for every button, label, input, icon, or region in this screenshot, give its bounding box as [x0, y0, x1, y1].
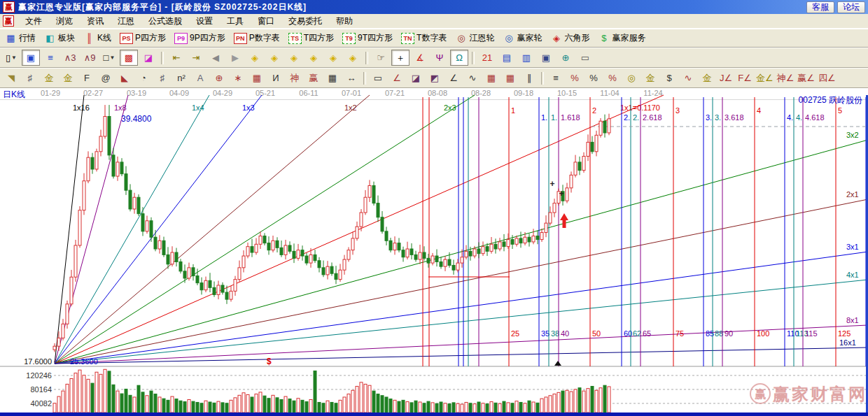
candlestick[interactable]	[385, 231, 388, 241]
candlestick[interactable]	[536, 236, 539, 240]
candlestick[interactable]	[78, 210, 81, 245]
menu-item-help[interactable]: 帮助	[329, 14, 360, 29]
gold-lines-icon[interactable]: 金	[641, 70, 659, 86]
candlestick[interactable]	[356, 227, 358, 238]
expand-h-diamond-icon[interactable]: ◈	[285, 50, 303, 66]
last-bar-icon[interactable]: ⇥	[187, 50, 205, 66]
notebook-icon[interactable]: ▥	[517, 50, 536, 66]
candlestick[interactable]	[490, 244, 493, 251]
candlestick[interactable]	[267, 243, 270, 250]
candlestick[interactable]	[104, 117, 106, 137]
wave-3-icon[interactable]: ∧3	[61, 50, 79, 66]
volume-profile-icon[interactable]: ◪	[139, 50, 158, 66]
candlestick[interactable]	[372, 185, 375, 203]
shen-angle-icon[interactable]: 神∠	[776, 70, 796, 86]
candlestick[interactable]	[368, 185, 371, 197]
candlestick[interactable]	[171, 252, 174, 264]
candlestick[interactable]	[444, 259, 447, 266]
candlestick[interactable]	[335, 273, 337, 279]
candlestick[interactable]	[276, 241, 279, 248]
toolbar-button-quotes[interactable]: ▦行情	[2, 31, 38, 45]
gold-circle-icon[interactable]: ◎	[622, 70, 640, 86]
candlestick[interactable]	[53, 346, 56, 350]
fib-lines-icon[interactable]: F	[78, 70, 96, 86]
candlestick[interactable]	[461, 257, 463, 263]
candlestick[interactable]	[314, 254, 316, 260]
candlestick[interactable]	[179, 261, 182, 271]
width-measure-icon[interactable]: ↔	[342, 70, 360, 86]
toolbar-button-9p-square[interactable]: P99P四方形	[172, 31, 228, 45]
candlestick[interactable]	[591, 142, 594, 151]
shen-tool-icon[interactable]: 神	[286, 70, 304, 86]
menu-item-browse[interactable]: 浏览	[49, 14, 80, 29]
candlestick[interactable]	[587, 142, 589, 156]
candlestick[interactable]	[402, 250, 405, 257]
gann-grid-1-icon[interactable]: ▦	[482, 70, 500, 86]
cycle-tool-icon[interactable]: Ω	[450, 50, 468, 66]
fit-all-diamond-icon[interactable]: ◈	[324, 50, 342, 66]
toolbar-button-9t-square[interactable]: T99T四方形	[340, 31, 396, 45]
candlestick[interactable]	[95, 152, 98, 169]
window-layout-icon[interactable]: ▣	[22, 50, 40, 66]
candlestick[interactable]	[154, 237, 157, 249]
candlestick[interactable]	[200, 283, 203, 290]
candlestick[interactable]	[137, 197, 140, 213]
candlestick[interactable]	[494, 244, 497, 249]
candlestick[interactable]	[133, 197, 136, 209]
trend-angles-icon[interactable]: ∠	[444, 70, 463, 86]
candlestick[interactable]	[389, 241, 392, 250]
candlestick[interactable]	[242, 256, 245, 268]
save-disk-icon[interactable]: ▣	[537, 50, 555, 66]
candlestick[interactable]	[318, 261, 321, 268]
candlestick[interactable]	[557, 192, 560, 203]
candlestick[interactable]	[108, 117, 111, 155]
candlestick[interactable]	[251, 247, 253, 252]
candlestick[interactable]	[322, 268, 325, 275]
candlestick[interactable]	[230, 291, 232, 299]
candlestick[interactable]	[339, 270, 342, 279]
candlestick[interactable]	[288, 245, 291, 251]
candlestick[interactable]	[70, 277, 73, 304]
price-ruler-icon[interactable]: ≡	[547, 70, 565, 86]
toolbar-button-winner-wheel[interactable]: ◎赢家轮	[500, 31, 545, 45]
candlestick[interactable]	[540, 233, 543, 240]
candlestick[interactable]	[150, 221, 153, 237]
candlestick[interactable]	[410, 249, 413, 254]
candlestick[interactable]	[87, 157, 90, 181]
candlestick[interactable]	[423, 252, 426, 258]
candlestick[interactable]	[431, 256, 434, 263]
candlestick[interactable]	[440, 261, 442, 266]
candlestick[interactable]	[330, 266, 333, 273]
pattern-markers-icon[interactable]: ▩	[120, 50, 138, 66]
candlestick[interactable]	[482, 247, 484, 254]
candlestick[interactable]	[503, 242, 505, 247]
candlestick[interactable]	[511, 240, 514, 245]
candlestick[interactable]	[452, 265, 455, 270]
four-angle-icon[interactable]: 四∠	[817, 70, 837, 86]
candlestick[interactable]	[406, 249, 409, 257]
toolbar-button-p-number-table[interactable]: PNP数字表	[231, 31, 283, 45]
gann-fan-brush-icon[interactable]: ◥	[2, 70, 20, 86]
candlestick[interactable]	[125, 174, 127, 190]
k-mark-icon[interactable]: И	[267, 70, 285, 86]
candlestick[interactable]	[419, 252, 421, 259]
ying-tool-icon[interactable]: 赢	[304, 70, 323, 86]
menu-item-tools[interactable]: 工具	[220, 14, 251, 29]
j-angle-icon[interactable]: J∠	[717, 70, 735, 86]
spiral-tool-icon[interactable]: @	[97, 70, 115, 86]
candlestick[interactable]	[465, 251, 468, 257]
candlestick[interactable]	[158, 241, 161, 249]
candlestick[interactable]	[570, 175, 573, 187]
percent-line-icon[interactable]: %	[566, 70, 584, 86]
gann-grid-2-icon[interactable]: ▦	[501, 70, 519, 86]
candlestick[interactable]	[263, 236, 266, 243]
golden-section-h-icon[interactable]: 金	[40, 70, 58, 86]
candlestick[interactable]	[381, 217, 384, 231]
candlestick[interactable]	[62, 324, 64, 338]
candlestick[interactable]	[213, 287, 216, 294]
candlestick[interactable]	[297, 250, 300, 259]
candlestick[interactable]	[57, 338, 60, 346]
candlestick[interactable]	[519, 238, 522, 243]
candlestick[interactable]	[99, 136, 102, 152]
wave-9-icon[interactable]: ∧9	[80, 50, 99, 66]
